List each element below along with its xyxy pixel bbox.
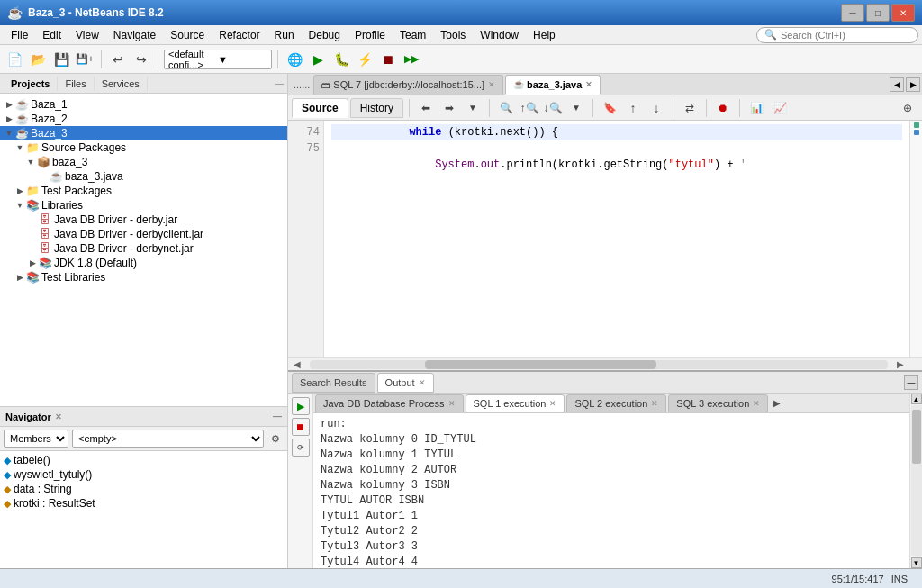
tab-files[interactable]: Files [58,77,94,91]
menu-tools[interactable]: Tools [433,27,473,43]
output-tab-javadb[interactable]: Java DB Database Process ✕ [315,394,464,412]
sql1-tab-close[interactable]: ✕ [549,399,556,408]
output-tab-close[interactable]: ✕ [419,378,426,387]
output-scrollbar[interactable]: ▲ ▼ [909,394,922,568]
tree-item-baza1[interactable]: ▶ ☕ Baza_1 [0,97,287,112]
toggle-libs[interactable]: ▼ [14,201,25,210]
scroll-track-vert[interactable] [911,405,922,556]
back-button[interactable]: ⬅ [415,97,437,119]
tree-item-baza3pkg[interactable]: ▼ 📦 baza_3 [0,155,287,169]
tree-item-baza3[interactable]: ▼ ☕ Baza_3 [0,126,287,140]
menu-debug[interactable]: Debug [302,27,348,43]
debug-project-button[interactable]: 🐛 [330,49,352,70]
menu-run[interactable]: Run [267,27,302,43]
tree-item-baza3java[interactable]: ☕ baza_3.java [0,169,287,184]
source-tab[interactable]: Source [292,98,348,118]
minimize-button[interactable]: ─ [841,4,864,22]
menu-profile[interactable]: Profile [348,27,393,43]
toggle-baza3[interactable]: ▼ [4,129,14,138]
rerun-output-button[interactable]: ⟳ [292,439,310,457]
new-button[interactable]: 📄 [4,49,25,70]
scroll-up-button[interactable]: ▲ [911,394,922,404]
run-project-button[interactable]: ▶ [307,49,329,70]
tab-prev-button[interactable]: ◀ [890,77,904,92]
save-button[interactable]: 💾 [50,49,72,70]
find-next-button[interactable]: ↓🔍 [542,97,564,119]
bookmark-next-button[interactable]: ↓ [646,97,667,119]
maximize-button[interactable]: □ [866,4,890,22]
output-tab-sql1[interactable]: SQL 1 execution ✕ [466,394,565,412]
menu-refactor[interactable]: Refactor [212,27,267,43]
nav-item-krotki[interactable]: ◆ krotki : ResultSet [0,496,287,511]
profile-project-button[interactable]: ⚡ [354,49,375,70]
output-tab-sql3[interactable]: SQL 3 execution ✕ [668,394,768,412]
navigator-context-select[interactable]: <empty> [72,430,264,448]
open-button[interactable]: 📂 [27,49,49,70]
toggle-testpkg[interactable]: ▶ [14,186,25,195]
undo-button[interactable]: ↩ [107,49,129,70]
search-box[interactable]: 🔍 [756,27,918,43]
history-tab[interactable]: History [350,98,403,118]
output-text[interactable]: run: Nazwa kolumny 0 ID_TYTUL Nazwa kolu… [313,413,909,568]
tab-baza3java[interactable]: ☕ baza_3.java ✕ [505,75,601,95]
nav-item-tabele[interactable]: ◆ tabele() [0,453,287,467]
menu-file[interactable]: File [4,27,35,43]
navigator-close-icon[interactable]: ✕ [55,412,62,421]
tab-services[interactable]: Services [95,77,148,91]
toggle-srcpkg[interactable]: ▼ [14,143,25,152]
menu-team[interactable]: Team [393,27,433,43]
chart2-button[interactable]: 📈 [769,97,791,119]
scroll-thumb[interactable] [425,360,656,369]
find-dropdown-button[interactable]: ▼ [565,97,587,119]
stop-button[interactable]: ⏹ [377,49,399,70]
save-all-button[interactable]: 💾+ [74,49,95,70]
editor-scrollbar[interactable]: ◀ ▶ [288,357,922,370]
navigator-minimize-icon[interactable]: — [273,412,282,421]
run-output-button[interactable]: ▶ [292,397,310,415]
toggle-jdk18[interactable]: ▶ [27,258,38,267]
scroll-left-button[interactable]: ◀ [288,359,306,369]
bookmark-button[interactable]: 🔖 [599,97,620,119]
bottom-collapse-button[interactable]: — [904,375,918,390]
close-button[interactable]: ✕ [891,4,915,22]
tree-item-srcpkg[interactable]: ▼ 📁 Source Packages [0,140,287,155]
browser-button[interactable]: 🌐 [284,49,305,70]
tree-item-testlibs[interactable]: ▶ 📚 Test Libraries [0,270,287,285]
nav-item-wyswietl[interactable]: ◆ wyswietl_tytuly() [0,467,287,482]
toggle-baza3pkg[interactable]: ▼ [25,158,36,167]
tree-item-jdk18[interactable]: ▶ 📚 JDK 1.8 (Default) [0,256,287,270]
tree-item-derbynet[interactable]: 🗄 Java DB Driver - derbynet.jar [0,241,287,256]
chart-button[interactable]: 📊 [746,97,767,119]
baza3-tab-close[interactable]: ✕ [585,80,592,89]
sql7-tab-close[interactable]: ✕ [488,80,495,89]
config-dropdown[interactable]: <default confi...> ▼ [164,50,272,69]
dropdown-button[interactable]: ▼ [462,97,484,119]
editor-settings-button[interactable]: ⊕ [897,97,918,119]
tree-item-libs[interactable]: ▼ 📚 Libraries [0,198,287,213]
tab-search-results[interactable]: Search Results [292,373,375,393]
scroll-thumb-vert[interactable] [912,410,921,464]
menu-edit[interactable]: Edit [35,27,68,43]
tree-item-derby[interactable]: 🗄 Java DB Driver - derby.jar [0,213,287,227]
stop-output-button[interactable]: ⏹ [292,418,310,436]
sql2-tab-close[interactable]: ✕ [651,399,658,408]
menu-window[interactable]: Window [473,27,526,43]
tab-sql7[interactable]: 🗃 SQL 7 [jdbc:derby://localhost:15...] ✕ [313,75,503,95]
nav-item-data[interactable]: ◆ data : String [0,482,287,496]
find-prev-button[interactable]: ↑🔍 [519,97,540,119]
find-button[interactable]: 🔍 [495,97,517,119]
tab-projects[interactable]: Projects [4,77,58,91]
javadb-tab-close[interactable]: ✕ [448,399,456,408]
record-button[interactable]: ⏺ [712,97,734,119]
toggle-baza2[interactable]: ▶ [4,114,14,123]
run-file-button[interactable]: ▶▶ [401,49,422,70]
panel-minimize-icon[interactable]: — [275,78,284,88]
toggle-button[interactable]: ⇄ [679,97,701,119]
sql3-tab-close[interactable]: ✕ [753,399,760,408]
search-input[interactable] [781,30,907,41]
output-tabs-overflow[interactable]: ▶| [770,396,787,410]
output-tab-sql2[interactable]: SQL 2 execution ✕ [566,394,666,412]
navigator-mode-select[interactable]: Members [4,430,68,448]
navigator-config-button[interactable]: ⚙ [267,430,284,447]
tree-item-testpkg[interactable]: ▶ 📁 Test Packages [0,184,287,198]
